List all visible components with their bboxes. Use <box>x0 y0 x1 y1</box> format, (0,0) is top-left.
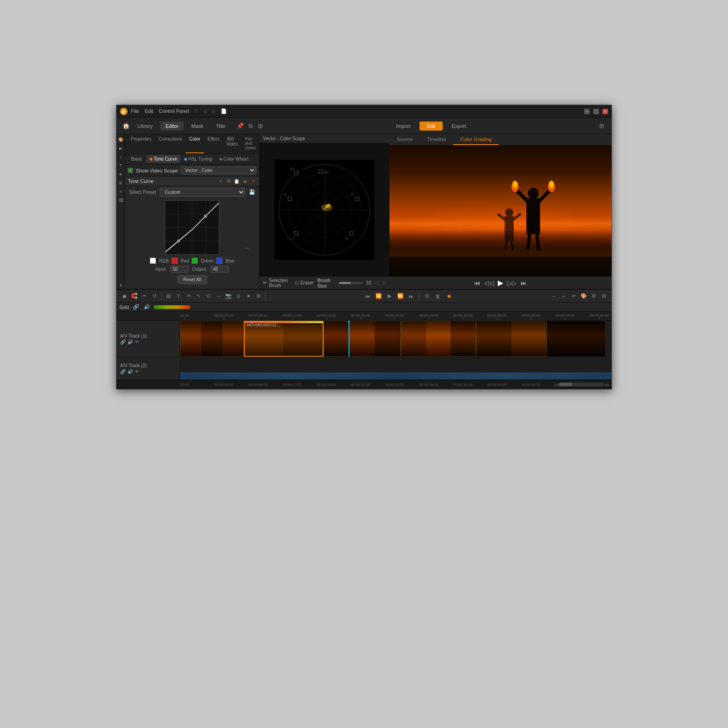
tc-trim-icon[interactable]: ⊟ <box>423 292 431 300</box>
toolbar-record-icon[interactable]: ⏺ <box>120 292 128 300</box>
sidebar-media-icon[interactable]: 🖼 <box>117 197 124 204</box>
channel-rgb[interactable] <box>150 258 156 264</box>
prop-tab-color[interactable]: Color <box>186 134 204 153</box>
sub-tab-tone-curve[interactable]: Tone Curve <box>147 155 180 163</box>
fast-forward-button[interactable]: ▷▷ <box>507 279 517 287</box>
menu-back-icon[interactable]: ◁ <box>202 108 206 114</box>
preset-save-icon[interactable]: 💾 <box>249 189 255 195</box>
preset-select[interactable]: Custom <box>160 188 246 197</box>
tb-zoom-in-icon[interactable]: + <box>560 292 568 300</box>
toolbar-camera-icon[interactable]: 📷 <box>224 292 233 300</box>
curve-canvas[interactable] <box>165 200 219 255</box>
toolbar-snap-icon[interactable]: 🧲 <box>130 292 138 300</box>
sidebar-text-icon[interactable]: T <box>117 162 124 169</box>
clip-4[interactable] <box>401 321 476 357</box>
channel-blue[interactable] <box>216 258 222 264</box>
tc-play-icon[interactable]: ▶ <box>385 292 394 300</box>
solo-audio-icon[interactable]: 🔊 <box>143 303 151 311</box>
tc-prev-icon[interactable]: ⏮ <box>364 292 372 300</box>
toolbar-text-icon[interactable]: T <box>174 292 182 300</box>
toolbar-crop-icon[interactable]: ⊡ <box>204 292 212 300</box>
export-button[interactable]: Export <box>445 121 474 131</box>
preview-tab-timeline[interactable]: Timeline <box>420 134 453 145</box>
toolbar-select-icon[interactable]: ↖ <box>194 292 202 300</box>
clip-3[interactable] <box>324 321 401 357</box>
scope-type-select[interactable]: Vector - Color Histogram Waveform <box>181 167 256 174</box>
sidebar-info-icon[interactable]: ℹ <box>117 282 124 289</box>
channel-red[interactable] <box>172 258 178 264</box>
track-1-content[interactable]: MOV081020213... <box>180 321 612 357</box>
sidebar-transition-icon[interactable]: ⊞ <box>117 179 124 187</box>
track-1-visible-icon[interactable]: 👁 <box>135 339 139 344</box>
tb-undo-icon[interactable]: ↩ <box>570 292 578 300</box>
selection-brush-btn[interactable]: ✏ Selection Brush <box>263 278 291 288</box>
tc-marker-icon[interactable]: ◆ <box>445 292 453 300</box>
channel-green[interactable] <box>192 258 198 264</box>
eraser-btn[interactable]: ◻ Eraser <box>295 280 313 285</box>
clip-2-selected[interactable]: MOV081020213... <box>244 321 324 357</box>
prop-tab-corrections[interactable]: Corrections <box>155 134 186 153</box>
show-video-scope-checkbox[interactable]: ✓ <box>128 168 133 173</box>
sub-tab-hsl[interactable]: HSL Tuning <box>181 155 215 163</box>
rewind-button[interactable]: ◁◁ <box>484 279 494 287</box>
sidebar-fx-icon[interactable]: ★ <box>117 171 124 178</box>
tc-add-icon[interactable]: + <box>217 178 223 184</box>
tc-forward-icon[interactable]: ⏩ <box>396 292 404 300</box>
tc-active-icon[interactable]: ● <box>242 178 248 184</box>
track-2-audio-icon[interactable]: 🔊 <box>127 369 133 374</box>
pin-icon[interactable]: 📌 <box>236 122 244 130</box>
preview-tab-source[interactable]: Source <box>389 134 420 145</box>
preview-tab-color-grading[interactable]: Color Grading <box>453 134 499 145</box>
output-value[interactable] <box>211 266 229 273</box>
prop-tab-properties[interactable]: Properties <box>127 134 155 153</box>
track-2-visible-icon[interactable]: 👁 <box>135 369 139 374</box>
tab-editor[interactable]: Editor <box>160 121 184 131</box>
tb-zoom-out-icon[interactable]: − <box>550 292 558 300</box>
menu-edit[interactable]: Edit <box>145 108 153 114</box>
sidebar-filter-icon[interactable]: ≡ <box>117 188 124 195</box>
audio-clip[interactable] <box>180 373 612 379</box>
next-frame-button[interactable]: ⏭ <box>521 279 527 287</box>
prop-tab-pan[interactable]: Pan and Zoom <box>242 134 259 153</box>
tb-color-icon[interactable]: 🎨 <box>580 292 588 300</box>
toolbar-cut-icon[interactable]: ✂ <box>140 292 148 300</box>
close-button[interactable]: ✕ <box>602 109 608 114</box>
track-2-link-icon[interactable]: 🔗 <box>120 369 126 374</box>
menu-control-panel[interactable]: Control Panel <box>159 108 189 114</box>
menu-file[interactable]: File <box>131 108 139 114</box>
edit-button[interactable]: Edit <box>420 121 443 131</box>
tc-copy-icon[interactable]: ⧉ <box>225 178 232 184</box>
scope-prev-icon[interactable]: ◁ <box>375 280 379 286</box>
scope-next-icon[interactable]: ▷ <box>382 280 386 286</box>
tc-next-icon[interactable]: ⏭ <box>407 292 415 300</box>
menu-doc-icon[interactable]: 📄 <box>221 108 227 114</box>
toolbar-circle-icon[interactable]: ◎ <box>234 292 243 300</box>
clip-5[interactable] <box>476 321 546 357</box>
settings-icon[interactable]: ⊞ <box>256 122 264 130</box>
input-value[interactable] <box>170 266 188 273</box>
menu-help-icon[interactable]: ? <box>194 108 197 114</box>
tc-back-icon[interactable]: ⏪ <box>374 292 383 300</box>
prop-tab-effect[interactable]: Effect <box>204 134 222 153</box>
tc-paste-icon[interactable]: 📋 <box>233 178 240 184</box>
clip-6[interactable] <box>546 321 606 357</box>
maximize-button[interactable]: □ <box>593 109 599 114</box>
tc-delete-icon[interactable]: 🗑 <box>434 292 442 300</box>
toolbar-wand-icon[interactable]: ⚙ <box>254 292 263 300</box>
toolbar-loop-icon[interactable]: ↺ <box>150 292 158 300</box>
menu-forward-icon[interactable]: ▷ <box>212 108 215 114</box>
minimize-button[interactable]: ─ <box>584 109 590 114</box>
toolbar-slide-icon[interactable]: ↔ <box>214 292 222 300</box>
tb-settings-icon[interactable]: ⚙ <box>590 292 598 300</box>
tab-mask[interactable]: Mask <box>186 121 208 131</box>
home-icon[interactable]: 🏠 <box>122 122 130 130</box>
sub-tab-color-wheel[interactable]: Color Wheel <box>216 155 252 163</box>
prop-tab-360[interactable]: 360 Video <box>222 134 241 153</box>
track-1-link-icon[interactable]: 🔗 <box>120 339 126 344</box>
tc-delete-icon[interactable]: ✕ <box>250 178 256 184</box>
toolbar-arrow-icon[interactable]: ➤ <box>244 292 253 300</box>
solo-link-icon[interactable]: 🔗 <box>132 303 140 311</box>
grid-icon[interactable]: ⊞ <box>598 122 606 130</box>
tb-expand-icon[interactable]: ⊞ <box>600 292 608 300</box>
prev-frame-button[interactable]: ⏮ <box>474 279 480 287</box>
